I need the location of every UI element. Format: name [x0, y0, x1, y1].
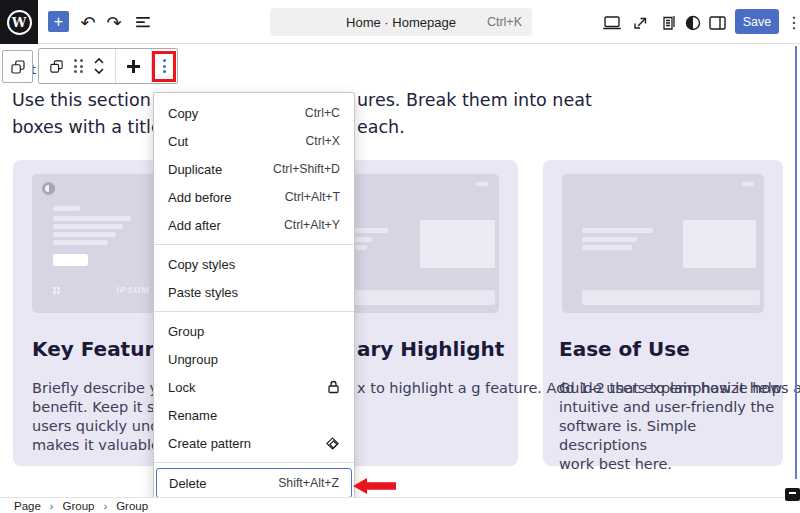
align-plus-icon[interactable] — [126, 59, 141, 74]
pattern-icon — [325, 436, 340, 451]
drag-handle[interactable] — [74, 59, 83, 73]
zoom-out-expand-icon[interactable] — [629, 10, 653, 36]
menu-item-delete[interactable]: DeleteShift+Alt+Z — [157, 469, 351, 497]
menu-item-add-after[interactable]: Add afterCtrl+Alt+Y — [154, 211, 354, 239]
mockup-button — [53, 254, 88, 266]
menu-item-ungroup[interactable]: Ungroup — [154, 345, 354, 373]
move-up-icon — [95, 59, 103, 63]
menu-separator — [154, 462, 354, 463]
pages-icon[interactable] — [656, 10, 680, 36]
menu-item-group[interactable]: Group — [154, 317, 354, 345]
mockup-logo-circle-icon — [42, 182, 55, 195]
menu-item-create-pattern[interactable]: Create pattern — [154, 429, 354, 457]
select-parent-group-button[interactable] — [2, 50, 33, 83]
breadcrumb-item-page[interactable]: Page — [14, 500, 41, 512]
document-bar[interactable]: Home · Homepage Ctrl+K — [270, 8, 532, 36]
lock-icon — [327, 380, 340, 394]
intro-paragraph-line1-right[interactable]: ures. Break them into neat — [357, 90, 592, 110]
editor-header: W + ↶ ↷ Home · Homepage Ctrl+K Save ⋮ — [0, 0, 800, 44]
intro-paragraph-line1-left[interactable]: Use this section to — [12, 90, 174, 110]
card3-placeholder-image — [562, 174, 764, 313]
wordpress-logo[interactable]: W — [0, 0, 38, 44]
card3-title[interactable]: Ease of Use — [559, 337, 690, 361]
menu-item-rename[interactable]: Rename — [154, 401, 354, 429]
card2-description-fragment[interactable]: x to highlight a g feature. Add 1–2 that… — [357, 379, 800, 398]
menu-item-paste-styles[interactable]: Paste styles — [154, 278, 354, 306]
red-arrow-annotation — [352, 476, 398, 496]
card2-title-fragment[interactable]: ary Highlight — [357, 337, 504, 361]
menu-item-copy-styles[interactable]: Copy styles — [154, 250, 354, 278]
settings-sidebar-icon[interactable] — [705, 10, 729, 36]
red-highlight-box — [152, 51, 176, 82]
breadcrumb-item-group-1[interactable]: Group — [63, 500, 95, 512]
menu-item-copy[interactable]: CopyCtrl+C — [154, 99, 354, 127]
delete-focus-ring: DeleteShift+Alt+Z — [156, 468, 352, 498]
wordpress-w-icon: W — [7, 10, 32, 35]
command-shortcut: Ctrl+K — [487, 15, 522, 29]
chevron-right-icon: › — [50, 500, 54, 512]
document-overview-icon[interactable] — [131, 9, 155, 35]
group-block-icon[interactable] — [48, 58, 65, 75]
device-preview-icon[interactable] — [600, 10, 624, 36]
menu-item-duplicate[interactable]: DuplicateCtrl+Shift+D — [154, 155, 354, 183]
chevron-right-icon: › — [104, 500, 108, 512]
menu-item-lock[interactable]: Lock — [154, 373, 354, 401]
redo-icon[interactable]: ↷ — [102, 9, 126, 35]
editor-app: W + ↶ ↷ Home · Homepage Ctrl+K Save ⋮ t — [0, 0, 800, 513]
breadcrumb-item-group-2[interactable]: Group — [116, 500, 148, 512]
intro-paragraph-line2-right[interactable]: each. — [357, 117, 405, 137]
block-inserter-button[interactable]: + — [48, 11, 69, 32]
card1-title[interactable]: Key Feature — [32, 337, 168, 361]
menu-item-add-before[interactable]: Add beforeCtrl+Alt+T — [154, 183, 354, 211]
menu-separator — [154, 311, 354, 312]
save-button[interactable]: Save — [735, 9, 779, 34]
corner-tooltip-fragment — [785, 488, 800, 501]
group-icon — [9, 58, 27, 76]
move-down-icon — [95, 69, 103, 73]
document-title: Home · Homepage — [346, 15, 456, 30]
contrast-style-icon[interactable] — [681, 10, 705, 36]
selected-block-outline — [795, 46, 797, 479]
block-movers[interactable] — [92, 56, 106, 76]
feature-card-3[interactable]: Ease of Use Guide users to emphasize how… — [543, 160, 783, 466]
undo-icon[interactable]: ↶ — [76, 9, 100, 35]
menu-separator — [154, 244, 354, 245]
block-breadcrumb: Page › Group › Group — [0, 497, 800, 513]
options-menu-icon[interactable]: ⋮ — [782, 9, 800, 35]
menu-item-cut[interactable]: CutCtrl+X — [154, 127, 354, 155]
block-options-menu: CopyCtrl+C CutCtrl+X DuplicateCtrl+Shift… — [153, 92, 355, 502]
